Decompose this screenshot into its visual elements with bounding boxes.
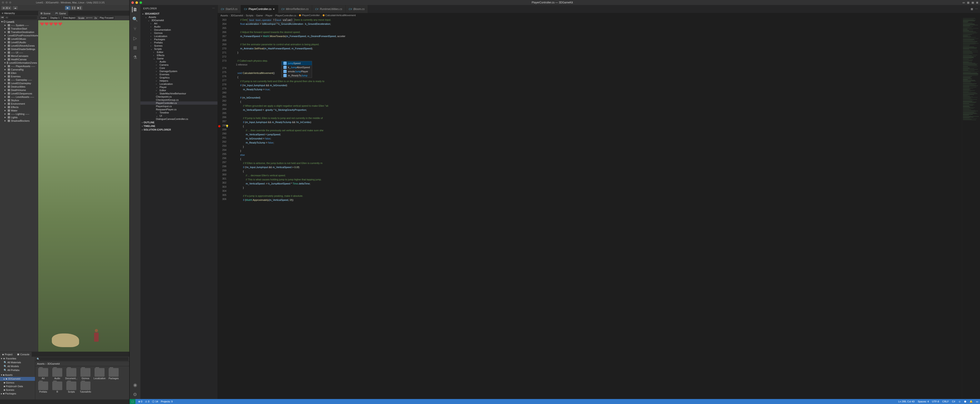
account-icon[interactable]: ◉: [132, 382, 138, 388]
hierarchy-item[interactable]: ▸ Destructibles: [0, 85, 38, 88]
breadcrumb-item[interactable]: PlayerController.cs: [275, 14, 296, 17]
more-icon[interactable]: ⋯: [975, 8, 978, 10]
hierarchy-item[interactable]: ▸ DeathVolume: [0, 88, 38, 92]
hierarchy-item[interactable]: ▸ Water: [0, 109, 38, 112]
project-tab[interactable]: ■ Project: [0, 352, 15, 357]
folder-item[interactable]: Document...: [65, 368, 78, 380]
folder-item[interactable]: ›Effects: [140, 54, 218, 57]
folder-item[interactable]: ⌄Assets: [140, 16, 218, 19]
file-item[interactable]: Checkpoint.cs: [140, 95, 218, 98]
breadcrumb-item[interactable]: ⬢ CalculateVerticalMovement: [323, 14, 356, 17]
folder-item[interactable]: ›Graphics: [140, 76, 218, 79]
folder-item[interactable]: ⌄Player: [140, 86, 218, 89]
hierarchy-list[interactable]: ▾ ⬡ Level1 ▸ ----- System -----▸ Transit…: [0, 20, 38, 352]
folder-item[interactable]: ›StateMachineBehaviour: [140, 92, 218, 95]
cloud-button[interactable]: ☁: [13, 6, 18, 10]
aspect-dropdown[interactable]: Free Aspect: [62, 16, 76, 19]
split-icon[interactable]: ▥: [971, 8, 973, 10]
folder-item[interactable]: R: [51, 382, 64, 393]
hierarchy-item[interactable]: ▸ Level01Music: [0, 37, 38, 40]
layout-status-icon[interactable]: ▭: [976, 400, 978, 403]
feedback-icon[interactable]: ☺: [958, 400, 961, 403]
folder-item[interactable]: ⌄Scripts: [140, 47, 218, 51]
folder-item[interactable]: ›Timeline: [140, 111, 218, 114]
file-item[interactable]: PlayerInput.cs: [140, 105, 218, 108]
folder-item[interactable]: Art: [37, 368, 49, 380]
minimize-button[interactable]: [135, 2, 138, 4]
lightbulb-icon[interactable]: 💡: [226, 125, 229, 128]
more-icon[interactable]: ⋯: [212, 7, 215, 10]
layout-icon[interactable]: ▭: [963, 1, 965, 4]
game-viewport[interactable]: [38, 20, 129, 352]
source-control-icon[interactable]: ⑂: [132, 26, 138, 31]
hierarchy-item[interactable]: ▸ MenuCanvases: [0, 54, 38, 57]
pause-button[interactable]: ❙❙: [71, 6, 76, 10]
breadcrumb-item[interactable]: Player: [266, 14, 272, 17]
game-tab[interactable]: 🎮 Game: [53, 11, 68, 16]
hierarchy-item[interactable]: ▸ GlobalShaderSettings: [0, 47, 38, 51]
folder-item[interactable]: Prefabs: [37, 382, 49, 393]
asset-item[interactable]: ▸ ■ 3DGamekit: [0, 377, 35, 381]
code-area[interactable]: 2632642652662672682692702712722732742752…: [218, 18, 980, 399]
panel-icon[interactable]: ▥: [967, 1, 969, 4]
info[interactable]: ⓘ 14: [152, 400, 158, 403]
cursor-position[interactable]: Ln 289, Col 43: [898, 400, 915, 403]
folder-item[interactable]: ›Editor: [140, 89, 218, 92]
folder-item[interactable]: ›Audio: [140, 25, 218, 28]
folder-item[interactable]: ›Helpers: [140, 79, 218, 82]
editor-tab[interactable]: C# PlayerController.cs ×: [241, 5, 278, 13]
asset-item[interactable]: ■ Polybrush Data: [0, 385, 35, 388]
console-tab[interactable]: ▣ Console: [15, 352, 32, 357]
folder-item[interactable]: ›Editor: [140, 51, 218, 54]
warnings[interactable]: ⚠ 0: [145, 400, 149, 403]
breadcrumb-item[interactable]: Game: [256, 14, 263, 17]
folder-item[interactable]: ›Camera: [140, 63, 218, 66]
file-tree[interactable]: ⌄Assets⌄3DGamekit›Art›Audio›Documentatio…: [140, 16, 218, 121]
debug-icon[interactable]: ▷: [132, 35, 138, 41]
editor-tab[interactable]: C# RuntimeUtilities.cs: [312, 5, 346, 13]
code-content[interactable]: // Determine change to speed based on wh…: [229, 18, 980, 399]
file-item[interactable]: PlayerController.cs: [140, 101, 218, 105]
account-dropdown[interactable]: ⚙ JE ▾: [2, 6, 11, 10]
customize-icon[interactable]: ⊞: [976, 1, 978, 4]
scene-root[interactable]: ▾ ⬡ Level1: [0, 20, 38, 24]
breadcrumb-item[interactable]: Assets: [220, 14, 228, 17]
folder-item[interactable]: ›Art: [140, 22, 218, 25]
breadcrumb-item[interactable]: 3DGamekit: [231, 14, 243, 17]
folder-item[interactable]: Audio: [51, 368, 64, 380]
breadcrumb-item[interactable]: ⬢ PlayerController: [299, 14, 320, 17]
search-icon[interactable]: 🔍: [132, 16, 138, 22]
hierarchy-item[interactable]: ▸ TransitionDestination: [0, 30, 38, 34]
hierarchy-item[interactable]: ▸ Level01Gameplay: [0, 81, 38, 85]
display-dropdown[interactable]: Display 1: [49, 16, 60, 19]
folder-item[interactable]: ⌄3DGamekit: [140, 19, 218, 22]
project-breadcrumb[interactable]: Assets › 3DGamekit: [35, 361, 129, 366]
hierarchy-item[interactable]: ▸ ShadowBlockers: [0, 119, 38, 122]
hierarchy-item[interactable]: ▸ TransitionStart: [0, 27, 38, 30]
autocomplete-item[interactable]: ▢emoteJumpPlayer: [282, 69, 312, 73]
folder-item[interactable]: ⌄Game: [140, 57, 218, 60]
file-item[interactable]: DialogueCanvasController.cs: [140, 117, 218, 121]
hierarchy-item[interactable]: ▸ Effects: [0, 105, 38, 109]
remote-indicator[interactable]: ⬚: [130, 399, 135, 404]
hierarchy-item[interactable]: ▸ Environment: [0, 102, 38, 105]
editor-tab[interactable]: C# StartUI.cs: [218, 5, 241, 13]
folder-item[interactable]: ›Gizmos: [140, 31, 218, 35]
folder-item[interactable]: Gizmos: [79, 368, 92, 380]
editor-tab[interactable]: C# MirrorReflection.cs: [278, 5, 312, 13]
step-button[interactable]: ▶❙: [77, 6, 82, 10]
hierarchy-item[interactable]: ▸ ----- PlayerAssets -----: [0, 64, 38, 68]
hierarchy-item[interactable]: ▸ CameraRig: [0, 68, 38, 71]
eol[interactable]: CRLF: [942, 400, 949, 403]
bell-icon[interactable]: 🔔: [970, 400, 973, 403]
fav-item[interactable]: 🔍 All Materials: [0, 361, 35, 364]
codelens[interactable]: 1 reference: [229, 63, 980, 67]
minimize-button[interactable]: [5, 2, 8, 4]
timeline-section[interactable]: ›TIMELINE: [140, 124, 218, 128]
play-button[interactable]: ▶: [65, 6, 70, 10]
fav-item[interactable]: 🔍 All Models: [0, 364, 35, 368]
folder-item[interactable]: ›Documentation: [140, 28, 218, 31]
hierarchy-item[interactable]: ▸ ----- Gameplay -----: [0, 78, 38, 81]
hierarchy-item[interactable]: ▸ Ellen: [0, 71, 38, 75]
close-button[interactable]: [131, 2, 134, 4]
